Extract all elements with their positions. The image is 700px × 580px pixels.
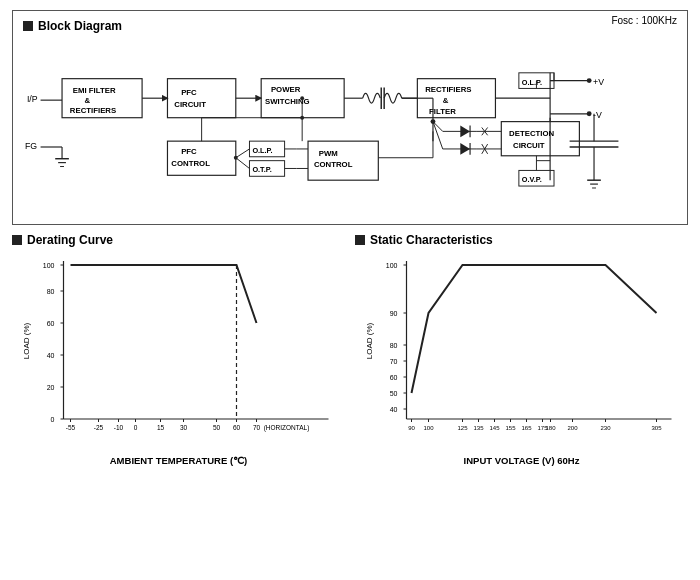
static-square <box>355 235 365 245</box>
static-chart: LOAD (%) 40 50 60 70 80 90 100 <box>355 251 688 481</box>
svg-text:305: 305 <box>651 425 662 431</box>
svg-text:0: 0 <box>134 424 138 431</box>
header-square <box>23 21 33 31</box>
svg-text:CIRCUIT: CIRCUIT <box>174 100 206 109</box>
svg-text:PFC: PFC <box>181 88 197 97</box>
svg-text:EMI FILTER: EMI FILTER <box>73 86 116 95</box>
svg-point-93 <box>300 96 304 100</box>
svg-text:RECTIFIERS: RECTIFIERS <box>425 85 471 94</box>
svg-text:DETECTION: DETECTION <box>509 129 554 138</box>
svg-text:O.T.P.: O.T.P. <box>252 165 271 174</box>
svg-line-67 <box>433 122 443 149</box>
svg-text:180: 180 <box>545 425 556 431</box>
svg-text:70: 70 <box>390 358 398 365</box>
svg-point-31 <box>587 78 592 83</box>
derating-square <box>12 235 22 245</box>
svg-text:CONTROL: CONTROL <box>171 159 210 168</box>
svg-rect-48 <box>501 122 579 156</box>
svg-text:60: 60 <box>47 320 55 327</box>
svg-text:15: 15 <box>157 424 165 431</box>
svg-text:O.L.P.: O.L.P. <box>252 146 272 155</box>
svg-text:100: 100 <box>423 425 434 431</box>
svg-text:-10: -10 <box>114 424 124 431</box>
svg-point-68 <box>431 119 436 124</box>
svg-text:POWER: POWER <box>271 85 301 94</box>
svg-text:O.V.P.: O.V.P. <box>522 175 542 184</box>
svg-text:155: 155 <box>505 425 516 431</box>
svg-text:40: 40 <box>390 406 398 413</box>
svg-text:-25: -25 <box>94 424 104 431</box>
svg-line-83 <box>236 149 250 158</box>
svg-marker-59 <box>460 143 470 155</box>
svg-text:PFC: PFC <box>181 147 197 156</box>
svg-text:0: 0 <box>51 416 55 423</box>
block-diagram-svg: I/P FG EMI FILTER & RECTIFIERS PFC CIRCU… <box>23 39 677 214</box>
svg-text:100: 100 <box>43 262 55 269</box>
svg-marker-53 <box>460 126 470 138</box>
svg-text:30: 30 <box>180 424 188 431</box>
static-header: Static Characteristics <box>355 233 688 247</box>
static-svg: LOAD (%) 40 50 60 70 80 90 100 <box>355 251 688 451</box>
svg-text:CONTROL: CONTROL <box>314 160 353 169</box>
static-char-section: Static Characteristics LOAD (%) 40 50 60 <box>355 233 688 481</box>
svg-text:60: 60 <box>390 374 398 381</box>
svg-text:-55: -55 <box>66 424 76 431</box>
derating-svg: LOAD (%) 0 20 40 60 80 100 <box>12 251 345 451</box>
derating-title: Derating Curve <box>27 233 113 247</box>
static-xlabel: INPUT VOLTAGE (V) 60Hz <box>355 455 688 466</box>
svg-text:&: & <box>443 96 449 105</box>
derating-header: Derating Curve <box>12 233 345 247</box>
svg-text:80: 80 <box>47 288 55 295</box>
svg-text:80: 80 <box>390 342 398 349</box>
svg-text:20: 20 <box>47 384 55 391</box>
svg-text:O.L.P.: O.L.P. <box>522 78 542 87</box>
svg-text:100: 100 <box>386 262 398 269</box>
block-diagram-header: Block Diagram <box>23 19 677 33</box>
svg-text:FG: FG <box>25 141 37 151</box>
svg-text:RECTIFIERS: RECTIFIERS <box>70 106 116 115</box>
svg-text:I/P: I/P <box>27 94 38 104</box>
svg-text:50: 50 <box>213 424 221 431</box>
svg-text:230: 230 <box>600 425 611 431</box>
svg-text:60: 60 <box>233 424 241 431</box>
svg-text:LOAD (%): LOAD (%) <box>22 322 31 359</box>
svg-text:(HORIZONTAL): (HORIZONTAL) <box>264 424 310 432</box>
derating-xlabel: AMBIENT TEMPERATURE (℃) <box>12 455 345 466</box>
svg-rect-13 <box>167 79 235 118</box>
svg-point-34 <box>587 111 592 116</box>
svg-text:90: 90 <box>408 425 415 431</box>
svg-text:CIRCUIT: CIRCUIT <box>513 141 545 150</box>
svg-text:LOAD (%): LOAD (%) <box>365 322 374 359</box>
svg-text:200: 200 <box>567 425 578 431</box>
svg-text:PWM: PWM <box>319 149 338 158</box>
fosc-label: Fosc : 100KHz <box>611 15 677 26</box>
svg-point-85 <box>234 156 238 160</box>
svg-text:70: 70 <box>253 424 261 431</box>
svg-text:135: 135 <box>473 425 484 431</box>
derating-chart: LOAD (%) 0 20 40 60 80 100 <box>12 251 345 481</box>
svg-text:+V: +V <box>593 77 604 87</box>
svg-text:90: 90 <box>390 310 398 317</box>
svg-point-95 <box>300 116 304 120</box>
svg-text:50: 50 <box>390 390 398 397</box>
svg-text:&: & <box>84 96 90 105</box>
svg-text:145: 145 <box>489 425 500 431</box>
svg-text:165: 165 <box>521 425 532 431</box>
page: Block Diagram Fosc : 100KHz I/P FG EMI F… <box>0 0 700 580</box>
static-title: Static Characteristics <box>370 233 493 247</box>
block-diagram-section: Block Diagram Fosc : 100KHz I/P FG EMI F… <box>12 10 688 225</box>
block-diagram-title: Block Diagram <box>38 19 122 33</box>
svg-text:125: 125 <box>457 425 468 431</box>
charts-row: Derating Curve LOAD (%) 0 20 40 <box>12 233 688 481</box>
svg-line-84 <box>236 158 250 169</box>
svg-text:40: 40 <box>47 352 55 359</box>
derating-curve-section: Derating Curve LOAD (%) 0 20 40 <box>12 233 345 481</box>
